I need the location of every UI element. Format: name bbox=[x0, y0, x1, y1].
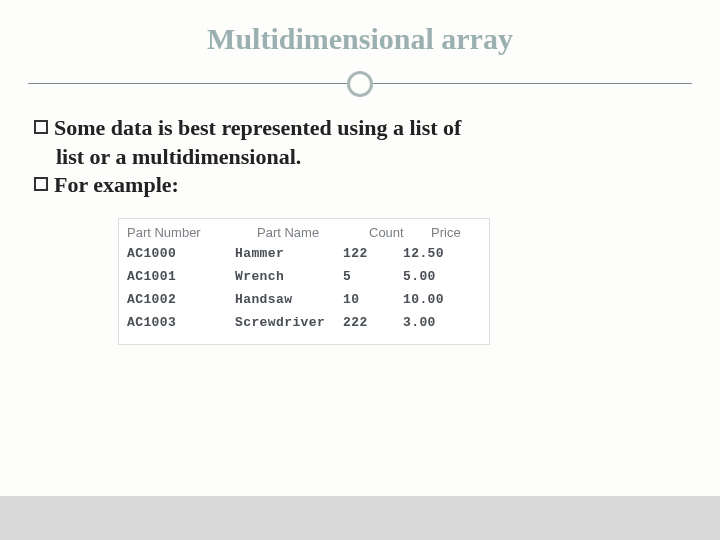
bullet-text: For example: bbox=[54, 171, 179, 200]
table-header-cell: Part Number bbox=[127, 225, 257, 240]
bullet-text: Some data is best represented using a li… bbox=[54, 114, 461, 143]
table-cell: 122 bbox=[343, 246, 403, 261]
bullet-item: Some data is best represented using a li… bbox=[34, 114, 686, 143]
table-row: AC1001 Wrench 5 5.00 bbox=[127, 265, 481, 288]
bullet-square-icon bbox=[34, 120, 48, 134]
title-area: Multidimensional array bbox=[0, 0, 720, 56]
table-row: AC1000 Hammer 122 12.50 bbox=[127, 242, 481, 265]
slide: Multidimensional array Some data is best… bbox=[0, 0, 720, 540]
table-cell: 222 bbox=[343, 315, 403, 330]
table-cell: AC1001 bbox=[127, 269, 235, 284]
bullet-item: For example: bbox=[34, 171, 686, 200]
data-table: Part Number Part Name Count Price AC1000… bbox=[118, 218, 490, 345]
table-cell: Handsaw bbox=[235, 292, 343, 307]
divider-circle-icon bbox=[347, 71, 373, 97]
table-cell: Wrench bbox=[235, 269, 343, 284]
table-row: AC1002 Handsaw 10 10.00 bbox=[127, 288, 481, 311]
table-cell: 10.00 bbox=[403, 292, 473, 307]
table-cell: 10 bbox=[343, 292, 403, 307]
table-cell: 3.00 bbox=[403, 315, 473, 330]
table-cell: 5 bbox=[343, 269, 403, 284]
table-cell: AC1000 bbox=[127, 246, 235, 261]
table-cell: AC1003 bbox=[127, 315, 235, 330]
content-area: Some data is best represented using a li… bbox=[0, 100, 720, 345]
title-divider bbox=[0, 70, 720, 100]
table-cell: 5.00 bbox=[403, 269, 473, 284]
table-cell: 12.50 bbox=[403, 246, 473, 261]
bullet-continuation: list or a multidimensional. bbox=[34, 143, 686, 172]
footer-band bbox=[0, 496, 720, 540]
table-cell: AC1002 bbox=[127, 292, 235, 307]
table-header-cell: Price bbox=[431, 225, 481, 240]
table-header-cell: Count bbox=[369, 225, 431, 240]
bullet-square-icon bbox=[34, 177, 48, 191]
table-header-cell: Part Name bbox=[257, 225, 369, 240]
slide-title: Multidimensional array bbox=[0, 22, 720, 56]
table-header-row: Part Number Part Name Count Price bbox=[127, 225, 481, 242]
table-cell: Screwdriver bbox=[235, 315, 343, 330]
table-row: AC1003 Screwdriver 222 3.00 bbox=[127, 311, 481, 334]
table-cell: Hammer bbox=[235, 246, 343, 261]
